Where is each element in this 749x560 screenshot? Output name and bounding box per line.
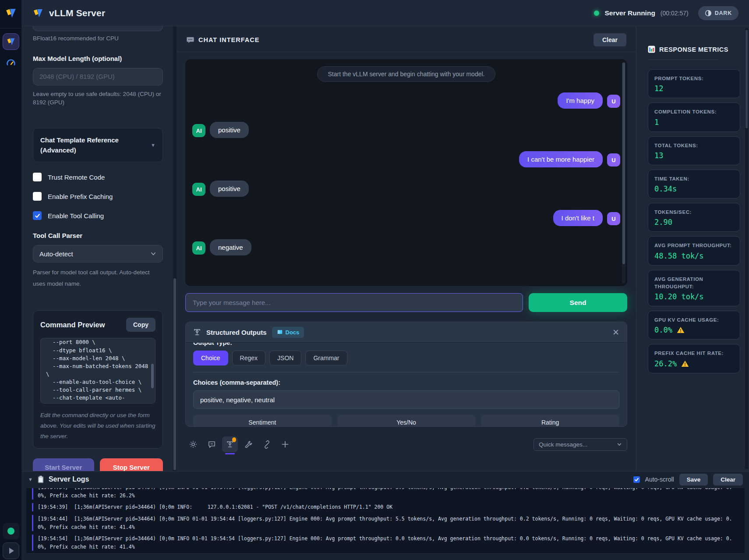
max-model-length-input[interactable]	[33, 68, 163, 85]
plus-icon	[281, 440, 289, 448]
logs-clear-button[interactable]: Clear	[713, 474, 743, 486]
add-button[interactable]	[277, 436, 293, 452]
message-row-ai: AI positive	[185, 122, 627, 138]
tool-call-parser-label: Tool Call Parser	[33, 232, 163, 239]
rail-item-vllm[interactable]	[3, 33, 19, 50]
docs-link[interactable]: Docs	[272, 327, 304, 338]
theme-toggle-button[interactable]: DARK	[698, 6, 738, 20]
settings-scrollbar[interactable]	[173, 26, 177, 471]
app-header: vLLM Server Server Running (00:02:57) DA…	[22, 0, 749, 26]
stop-server-button[interactable]: Stop Server	[100, 458, 163, 471]
structured-outputs-button[interactable]	[222, 436, 238, 452]
tools-wrench-button[interactable]	[240, 436, 256, 452]
log-entry: [19:54:39] [1;36m(APIServer pid=34464) […	[32, 503, 738, 511]
checkbox-unchecked-icon	[33, 173, 42, 181]
bar-chart-icon	[648, 46, 655, 53]
chat-template-section-toggle[interactable]: Chat Template Reference (Advanced) ▼	[33, 128, 163, 163]
send-button[interactable]: Send	[529, 293, 627, 312]
metrics-scrollbar-thumb[interactable]	[745, 30, 748, 128]
structured-outputs-title: Structured Outputs	[206, 329, 267, 336]
warning-icon	[677, 326, 685, 333]
metric-card-avg-generation-throughput: AVG GENERATION THROUGHPUT: 10.20 tok/s	[648, 270, 740, 307]
metric-card-tokens-sec: TOKENS/SEC: 2.90	[648, 203, 740, 232]
start-server-button[interactable]: Start Server	[33, 458, 94, 471]
checkbox-trust-remote-code[interactable]: Trust Remote Code	[33, 173, 163, 181]
tool-call-parser-select[interactable]: Auto-detect	[33, 245, 163, 262]
active-underline	[225, 453, 235, 454]
chat-title: CHAT INTERFACE	[198, 36, 259, 43]
clipboard-icon	[37, 475, 44, 483]
close-icon[interactable]: ✕	[612, 327, 619, 337]
message-row-user: I don't like t U	[185, 210, 627, 226]
choices-input[interactable]	[193, 390, 619, 409]
play-icon	[9, 548, 14, 554]
stamp-icon	[193, 328, 201, 336]
preset-sentiment-button[interactable]: Sentiment	[193, 415, 332, 427]
quick-messages-select[interactable]: Quick messages...	[533, 438, 627, 451]
server-running-dot	[594, 11, 599, 16]
metrics-title: RESPONSE METRICS	[659, 46, 728, 53]
output-type-choice[interactable]: Choice	[193, 351, 228, 365]
dtype-hint: BFloat16 recommended for CPU	[33, 34, 163, 43]
vllm-logo-icon	[5, 7, 17, 19]
user-avatar: U	[607, 212, 620, 225]
chat-message-input[interactable]	[185, 293, 523, 312]
command-preview-title: Command Preview	[40, 321, 105, 329]
tool-call-parser-value: Auto-detect	[39, 250, 73, 258]
chat-scrollbar-thumb[interactable]	[622, 63, 625, 264]
metric-card-gpu-kv-cache: GPU KV CACHE USAGE: 0.0%	[648, 311, 740, 340]
user-message-bubble: I can't be more happier	[519, 151, 603, 167]
ai-avatar: AI	[192, 183, 205, 196]
user-message-bubble: I'm happy	[558, 92, 603, 109]
autoscroll-label: Auto-scroll	[645, 476, 674, 483]
rail-item-gauge[interactable]	[6, 58, 16, 68]
half-moon-icon	[705, 10, 712, 17]
metric-card-avg-prompt-throughput: AVG PROMPT THROUGHPUT: 48.58 tok/s	[648, 236, 740, 265]
checkbox-enable-prefix-caching[interactable]: Enable Prefix Caching	[33, 192, 163, 201]
divider	[648, 60, 719, 60]
settings-scrollbar-thumb[interactable]	[173, 278, 176, 470]
user-message-bubble: I don't like t	[553, 210, 603, 226]
metric-card-completion-tokens: COMPLETION TOKENS: 1	[648, 103, 740, 131]
autoscroll-checkbox[interactable]	[633, 476, 640, 483]
divider	[193, 372, 619, 372]
system-message: Start the vLLM server and begin chatting…	[317, 66, 496, 82]
gear-icon	[189, 440, 198, 449]
chat-toolbar: Quick messages...	[185, 436, 627, 454]
docs-label: Docs	[286, 329, 300, 336]
output-type-regex[interactable]: Regex	[232, 351, 265, 365]
message-square-icon	[208, 440, 216, 449]
output-type-grammar[interactable]: Grammar	[305, 351, 347, 365]
metrics-scrollbar[interactable]	[745, 28, 748, 469]
logs-output[interactable]: [19:54:34] [1;36m(APIServer pid=34464) […	[26, 488, 745, 553]
chat-scrollbar[interactable]	[622, 62, 625, 284]
command-preview-card: Command Preview Copy --port 8000 \ --dty…	[33, 310, 163, 449]
logs-collapse-toggle[interactable]: ▼	[28, 477, 33, 482]
chat-messages-area: Start the vLLM server and begin chatting…	[185, 59, 627, 286]
code-scrollbar-thumb[interactable]	[151, 364, 154, 388]
dtype-select-clipped[interactable]	[33, 26, 163, 31]
wrench-icon	[244, 440, 253, 449]
command-preview-code[interactable]: --port 8000 \ --dtype bfloat16 \ --max-m…	[40, 338, 155, 404]
chevron-down-icon	[150, 251, 156, 257]
logs-title: Server Logs	[49, 475, 89, 483]
checkbox-enable-tool-calling[interactable]: Enable Tool Calling	[33, 211, 163, 220]
server-status-indicator[interactable]	[3, 523, 19, 539]
ai-message-bubble: negative	[210, 239, 251, 255]
play-button[interactable]	[3, 542, 19, 559]
message-settings-button[interactable]	[204, 436, 219, 452]
ai-message-bubble: positive	[210, 122, 249, 138]
chevron-down-icon: ▼	[151, 142, 155, 148]
checkbox-checked-icon	[33, 211, 42, 220]
metric-card-time-taken: TIME TAKEN: 0.34s	[648, 170, 740, 198]
preset-yesno-button[interactable]: Yes/No	[337, 415, 476, 427]
output-type-json[interactable]: JSON	[269, 351, 301, 365]
chat-clear-button[interactable]: Clear	[594, 33, 626, 46]
settings-gear-button[interactable]	[185, 436, 201, 452]
log-entry: [19:54:54] [1;36m(APIServer pid=34464) […	[32, 535, 738, 551]
preset-rating-button[interactable]: Rating	[481, 415, 619, 427]
link-button[interactable]	[259, 436, 275, 452]
chat-panel: CHAT INTERFACE Clear Start the vLLM serv…	[177, 26, 636, 471]
copy-button[interactable]: Copy	[126, 318, 155, 332]
logs-save-button[interactable]: Save	[679, 474, 708, 486]
